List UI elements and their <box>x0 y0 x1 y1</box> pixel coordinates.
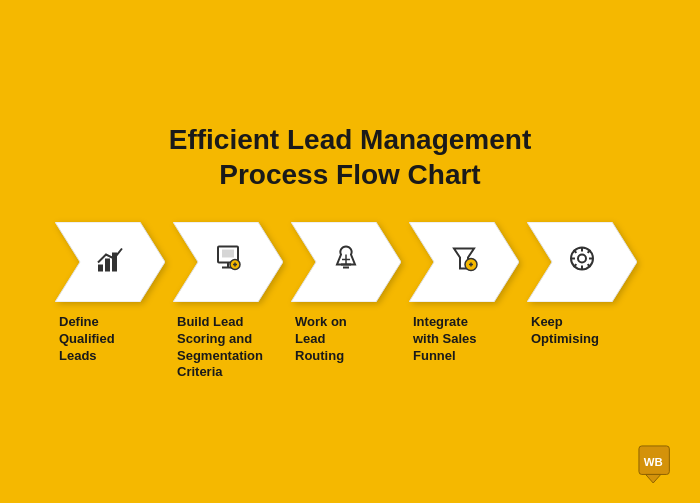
main-title: Efficient Lead Management Process Flow C… <box>169 122 532 192</box>
step-4: Integrate with Sales Funnel <box>409 222 527 365</box>
step-5: Keep Optimising <box>527 222 645 348</box>
svg-point-23 <box>578 254 586 262</box>
step-3-chevron <box>291 222 401 302</box>
step-5-label: Keep Optimising <box>527 314 599 348</box>
step-3-label: Work on Lead Routing <box>291 314 347 365</box>
step-5-chevron <box>527 222 637 302</box>
svg-marker-34 <box>646 474 661 483</box>
step-3-icon <box>332 244 360 279</box>
step-1-label: Define Qualified Leads <box>55 314 115 365</box>
step-1-chevron <box>55 222 165 302</box>
step-2-chevron <box>173 222 283 302</box>
step-1: Define Qualified Leads <box>55 222 173 365</box>
step-1-icon <box>96 244 124 279</box>
step-5-icon <box>568 244 596 279</box>
step-2-label: Build Lead Scoring and Segmentation Crit… <box>173 314 263 382</box>
svg-text:WB: WB <box>644 456 663 468</box>
title-section: Efficient Lead Management Process Flow C… <box>169 122 532 192</box>
step-2: Build Lead Scoring and Segmentation Crit… <box>173 222 291 382</box>
step-4-label: Integrate with Sales Funnel <box>409 314 477 365</box>
step-3: Work on Lead Routing <box>291 222 409 365</box>
flow-container: Define Qualified Leads <box>55 222 645 382</box>
svg-rect-2 <box>105 258 110 271</box>
step-2-icon <box>213 244 243 279</box>
svg-rect-6 <box>222 249 234 257</box>
step-4-chevron <box>409 222 519 302</box>
brand-badge: WB <box>638 445 676 483</box>
svg-rect-1 <box>98 264 103 271</box>
step-4-icon <box>450 244 478 279</box>
